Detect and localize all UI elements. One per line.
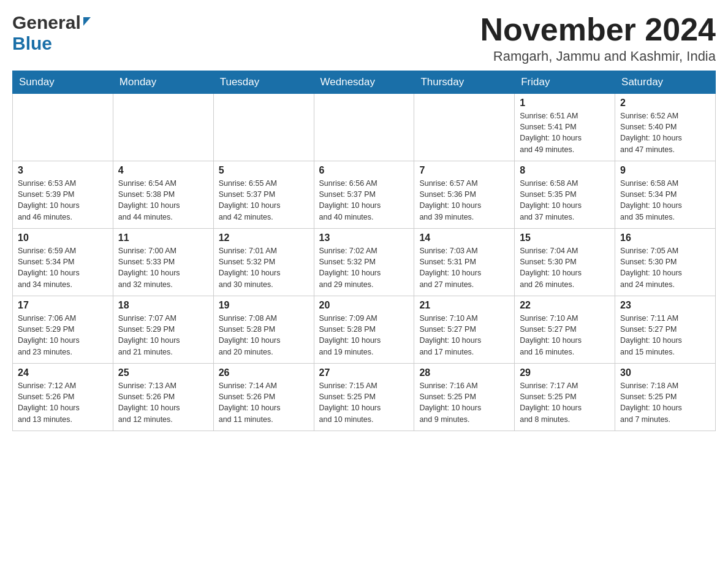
day-info: Sunrise: 6:57 AMSunset: 5:36 PMDaylight:… — [419, 178, 509, 223]
day-number: 18 — [118, 300, 208, 311]
calendar-cell: 12Sunrise: 7:01 AMSunset: 5:32 PMDayligh… — [213, 229, 314, 296]
calendar-cell: 23Sunrise: 7:11 AMSunset: 5:27 PMDayligh… — [615, 296, 716, 364]
weekday-header-saturday: Saturday — [615, 71, 716, 94]
day-number: 8 — [520, 165, 610, 176]
week-row-2: 3Sunrise: 6:53 AMSunset: 5:39 PMDaylight… — [13, 161, 716, 229]
calendar-cell: 24Sunrise: 7:12 AMSunset: 5:26 PMDayligh… — [13, 364, 113, 431]
calendar-cell: 15Sunrise: 7:04 AMSunset: 5:30 PMDayligh… — [515, 229, 615, 296]
calendar-cell: 9Sunrise: 6:58 AMSunset: 5:34 PMDaylight… — [615, 161, 716, 229]
day-info: Sunrise: 7:11 AMSunset: 5:27 PMDaylight:… — [620, 313, 710, 358]
day-info: Sunrise: 6:55 AMSunset: 5:37 PMDaylight:… — [219, 178, 309, 223]
day-number: 11 — [118, 232, 208, 243]
day-info: Sunrise: 7:01 AMSunset: 5:32 PMDaylight:… — [219, 245, 309, 290]
calendar-cell: 5Sunrise: 6:55 AMSunset: 5:37 PMDaylight… — [213, 161, 314, 229]
day-info: Sunrise: 6:51 AMSunset: 5:41 PMDaylight:… — [520, 110, 610, 155]
calendar-cell: 26Sunrise: 7:14 AMSunset: 5:26 PMDayligh… — [213, 364, 314, 431]
day-info: Sunrise: 7:12 AMSunset: 5:26 PMDaylight:… — [18, 380, 108, 425]
day-info: Sunrise: 7:10 AMSunset: 5:27 PMDaylight:… — [520, 313, 610, 358]
day-info: Sunrise: 7:16 AMSunset: 5:25 PMDaylight:… — [419, 380, 509, 425]
day-number: 15 — [520, 232, 610, 243]
calendar-cell: 11Sunrise: 7:00 AMSunset: 5:33 PMDayligh… — [113, 229, 213, 296]
calendar-cell: 25Sunrise: 7:13 AMSunset: 5:26 PMDayligh… — [113, 364, 213, 431]
title-area: November 2024 Ramgarh, Jammu and Kashmir… — [480, 12, 716, 64]
logo-arrow-icon — [83, 17, 91, 26]
day-number: 5 — [219, 165, 309, 176]
location-title: Ramgarh, Jammu and Kashmir, India — [480, 48, 716, 64]
day-info: Sunrise: 7:18 AMSunset: 5:25 PMDaylight:… — [620, 380, 710, 425]
calendar-cell: 3Sunrise: 6:53 AMSunset: 5:39 PMDaylight… — [13, 161, 113, 229]
day-number: 3 — [18, 165, 108, 176]
day-number: 22 — [520, 300, 610, 311]
day-info: Sunrise: 7:05 AMSunset: 5:30 PMDaylight:… — [620, 245, 710, 290]
day-info: Sunrise: 7:10 AMSunset: 5:27 PMDaylight:… — [419, 313, 509, 358]
day-number: 10 — [18, 232, 108, 243]
calendar-table: SundayMondayTuesdayWednesdayThursdayFrid… — [12, 71, 716, 431]
day-number: 20 — [319, 300, 409, 311]
day-number: 9 — [620, 165, 710, 176]
calendar-cell: 29Sunrise: 7:17 AMSunset: 5:25 PMDayligh… — [515, 364, 615, 431]
day-number: 28 — [419, 367, 509, 378]
day-info: Sunrise: 6:59 AMSunset: 5:34 PMDaylight:… — [18, 245, 108, 290]
day-info: Sunrise: 6:56 AMSunset: 5:37 PMDaylight:… — [319, 178, 409, 223]
day-info: Sunrise: 7:15 AMSunset: 5:25 PMDaylight:… — [319, 380, 409, 425]
day-number: 26 — [219, 367, 309, 378]
day-number: 14 — [419, 232, 509, 243]
day-info: Sunrise: 7:14 AMSunset: 5:26 PMDaylight:… — [219, 380, 309, 425]
logo-blue: Blue — [12, 33, 91, 54]
calendar-cell: 21Sunrise: 7:10 AMSunset: 5:27 PMDayligh… — [414, 296, 515, 364]
day-number: 2 — [620, 98, 710, 109]
day-info: Sunrise: 7:17 AMSunset: 5:25 PMDaylight:… — [520, 380, 610, 425]
calendar-cell: 16Sunrise: 7:05 AMSunset: 5:30 PMDayligh… — [615, 229, 716, 296]
day-info: Sunrise: 6:54 AMSunset: 5:38 PMDaylight:… — [118, 178, 208, 223]
calendar-cell — [13, 94, 113, 161]
calendar-cell: 20Sunrise: 7:09 AMSunset: 5:28 PMDayligh… — [314, 296, 414, 364]
calendar-cell — [314, 94, 414, 161]
calendar-cell — [414, 94, 515, 161]
day-number: 12 — [219, 232, 309, 243]
day-number: 7 — [419, 165, 509, 176]
day-number: 23 — [620, 300, 710, 311]
day-number: 17 — [18, 300, 108, 311]
calendar-cell: 28Sunrise: 7:16 AMSunset: 5:25 PMDayligh… — [414, 364, 515, 431]
calendar-cell — [213, 94, 314, 161]
calendar-cell: 17Sunrise: 7:06 AMSunset: 5:29 PMDayligh… — [13, 296, 113, 364]
month-title: November 2024 — [480, 12, 716, 47]
weekday-header-tuesday: Tuesday — [213, 71, 314, 94]
calendar-cell: 7Sunrise: 6:57 AMSunset: 5:36 PMDaylight… — [414, 161, 515, 229]
day-number: 29 — [520, 367, 610, 378]
day-info: Sunrise: 6:58 AMSunset: 5:35 PMDaylight:… — [520, 178, 610, 223]
day-info: Sunrise: 7:08 AMSunset: 5:28 PMDaylight:… — [219, 313, 309, 358]
day-number: 6 — [319, 165, 409, 176]
day-info: Sunrise: 7:07 AMSunset: 5:29 PMDaylight:… — [118, 313, 208, 358]
day-info: Sunrise: 7:09 AMSunset: 5:28 PMDaylight:… — [319, 313, 409, 358]
day-number: 30 — [620, 367, 710, 378]
calendar-cell: 19Sunrise: 7:08 AMSunset: 5:28 PMDayligh… — [213, 296, 314, 364]
day-number: 24 — [18, 367, 108, 378]
calendar-cell: 14Sunrise: 7:03 AMSunset: 5:31 PMDayligh… — [414, 229, 515, 296]
header: General Blue November 2024 Ramgarh, Jamm… — [12, 12, 716, 64]
day-info: Sunrise: 7:00 AMSunset: 5:33 PMDaylight:… — [118, 245, 208, 290]
weekday-header-friday: Friday — [515, 71, 615, 94]
week-row-1: 1Sunrise: 6:51 AMSunset: 5:41 PMDaylight… — [13, 94, 716, 161]
calendar-cell: 4Sunrise: 6:54 AMSunset: 5:38 PMDaylight… — [113, 161, 213, 229]
calendar-cell: 13Sunrise: 7:02 AMSunset: 5:32 PMDayligh… — [314, 229, 414, 296]
calendar-cell: 1Sunrise: 6:51 AMSunset: 5:41 PMDaylight… — [515, 94, 615, 161]
weekday-header-thursday: Thursday — [414, 71, 515, 94]
calendar-cell: 10Sunrise: 6:59 AMSunset: 5:34 PMDayligh… — [13, 229, 113, 296]
day-info: Sunrise: 6:52 AMSunset: 5:40 PMDaylight:… — [620, 110, 710, 155]
calendar-cell: 30Sunrise: 7:18 AMSunset: 5:25 PMDayligh… — [615, 364, 716, 431]
calendar-cell: 6Sunrise: 6:56 AMSunset: 5:37 PMDaylight… — [314, 161, 414, 229]
day-info: Sunrise: 6:53 AMSunset: 5:39 PMDaylight:… — [18, 178, 108, 223]
day-number: 1 — [520, 98, 610, 109]
day-number: 19 — [219, 300, 309, 311]
week-row-5: 24Sunrise: 7:12 AMSunset: 5:26 PMDayligh… — [13, 364, 716, 431]
calendar-cell: 8Sunrise: 6:58 AMSunset: 5:35 PMDaylight… — [515, 161, 615, 229]
day-info: Sunrise: 7:13 AMSunset: 5:26 PMDaylight:… — [118, 380, 208, 425]
weekday-header-monday: Monday — [113, 71, 213, 94]
weekday-header-sunday: Sunday — [13, 71, 113, 94]
day-number: 21 — [419, 300, 509, 311]
day-info: Sunrise: 6:58 AMSunset: 5:34 PMDaylight:… — [620, 178, 710, 223]
weekday-header-wednesday: Wednesday — [314, 71, 414, 94]
day-number: 16 — [620, 232, 710, 243]
logo: General Blue — [12, 12, 91, 54]
